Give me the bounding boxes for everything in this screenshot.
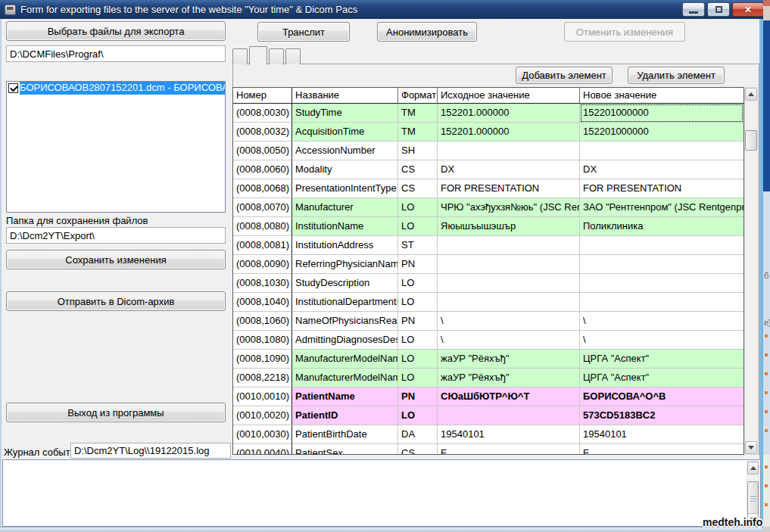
cell-name[interactable]: AcquisitionTime bbox=[292, 123, 398, 142]
cell-format[interactable]: PN bbox=[398, 312, 438, 331]
delete-element-button[interactable]: Удалить элемент bbox=[628, 67, 725, 84]
cell-tag[interactable]: (0008,1030) bbox=[233, 274, 292, 293]
cell-format[interactable]: CS bbox=[398, 179, 438, 198]
cell-original[interactable]: СЮаШбЮТР^Ю^Т bbox=[438, 387, 580, 406]
cell-format[interactable]: TM bbox=[398, 104, 438, 123]
cell-original[interactable]: \ bbox=[438, 312, 580, 331]
cell-name[interactable]: PatientName bbox=[292, 387, 398, 406]
cell-name[interactable]: PresentationIntentType bbox=[292, 179, 398, 198]
tab[interactable] bbox=[232, 48, 248, 64]
cell-format[interactable]: SH bbox=[398, 142, 438, 160]
cell-original[interactable]: жаУР "Рёяхъђ" bbox=[438, 350, 580, 369]
cell-format[interactable]: LO bbox=[398, 350, 438, 369]
cell-new[interactable]: \ bbox=[580, 331, 744, 350]
cell-name[interactable]: ReferringPhysicianName bbox=[292, 255, 398, 274]
exit-button[interactable]: Выход из программы bbox=[6, 403, 226, 422]
cell-original[interactable] bbox=[438, 293, 580, 312]
add-element-button[interactable]: Добавить элемент bbox=[516, 67, 613, 84]
cell-format[interactable]: TM bbox=[398, 123, 438, 142]
tab[interactable] bbox=[249, 46, 267, 64]
file-listbox[interactable]: БОРИСОВАОВ2807152201.dcm - БОРИСОВА^О^В bbox=[6, 81, 226, 213]
cell-name[interactable]: Manufacturer bbox=[292, 198, 398, 217]
export-path-input[interactable] bbox=[6, 227, 226, 244]
cell-name[interactable]: InstitutionName bbox=[292, 217, 398, 236]
cell-original[interactable]: F bbox=[438, 444, 580, 455]
cell-name[interactable]: PatientID bbox=[292, 406, 398, 425]
source-path-input[interactable] bbox=[6, 45, 226, 62]
tab[interactable] bbox=[269, 48, 284, 64]
cell-name[interactable]: InstitutionAddress bbox=[292, 236, 398, 255]
cell-name[interactable]: Modality bbox=[292, 160, 398, 179]
cell-original[interactable]: жаУР "Рёяхъђ" bbox=[438, 369, 580, 387]
cell-format[interactable]: CS bbox=[398, 160, 438, 179]
cell-name[interactable]: ManufacturerModelName bbox=[292, 369, 398, 387]
save-changes-button[interactable]: Сохранить изменения bbox=[6, 250, 226, 269]
cell-name[interactable]: ManufacturerModelName bbox=[292, 350, 398, 369]
cell-format[interactable]: LO bbox=[398, 293, 438, 312]
cell-tag[interactable]: (0008,0080) bbox=[233, 217, 292, 236]
cell-tag[interactable]: (0008,2218) bbox=[233, 369, 292, 387]
cell-name[interactable]: AccessionNumber bbox=[292, 142, 398, 160]
cell-new[interactable]: 19540101 bbox=[580, 425, 744, 444]
cell-new[interactable]: F bbox=[580, 444, 744, 455]
cell-tag[interactable]: (0010,0040) bbox=[233, 444, 292, 455]
cell-new[interactable]: 573CD5183BC2 bbox=[580, 406, 744, 425]
cell-new[interactable] bbox=[580, 274, 744, 293]
cell-format[interactable]: LO bbox=[398, 274, 438, 293]
cell-format[interactable]: PN bbox=[398, 387, 438, 406]
maximize-button[interactable] bbox=[707, 2, 730, 17]
cell-original[interactable]: FOR PRESENTATION bbox=[438, 179, 580, 198]
cell-new[interactable]: ЗАО "Рентгенпром" (JSC Rentgenpro bbox=[580, 198, 744, 217]
cell-new[interactable]: БОРИСОВА^О^В bbox=[580, 387, 744, 406]
scroll-thumb[interactable] bbox=[745, 130, 757, 151]
cell-new[interactable]: ЦРГА "Аспект" bbox=[580, 369, 744, 387]
cell-format[interactable]: ST bbox=[398, 236, 438, 255]
cell-original[interactable]: \ bbox=[438, 331, 580, 350]
cell-tag[interactable]: (0008,1040) bbox=[233, 293, 292, 312]
cell-tag[interactable]: (0008,0032) bbox=[233, 123, 292, 142]
cell-format[interactable]: LO bbox=[398, 331, 438, 350]
cell-tag[interactable]: (0008,0090) bbox=[233, 255, 292, 274]
cell-original[interactable]: 152201.000000 bbox=[438, 104, 580, 123]
cell-format[interactable]: CS bbox=[398, 444, 438, 455]
cell-name[interactable]: InstitutionalDepartmentName bbox=[292, 293, 398, 312]
cell-name[interactable]: AdmittingDiagnosesDescription bbox=[292, 331, 398, 350]
cell-format[interactable]: DA bbox=[398, 425, 438, 444]
cell-name[interactable]: PatientBirthDate bbox=[292, 425, 398, 444]
select-files-button[interactable]: Выбрать файлы для экспорта bbox=[6, 21, 226, 41]
cell-format[interactable]: LO bbox=[398, 217, 438, 236]
translit-button[interactable]: Транслит bbox=[257, 22, 350, 42]
cell-new[interactable] bbox=[580, 236, 744, 255]
cell-name[interactable]: NameOfPhysiciansReadingStudy bbox=[292, 312, 398, 331]
cell-tag[interactable]: (0008,0060) bbox=[233, 160, 292, 179]
close-button[interactable]: ✕ bbox=[732, 2, 764, 17]
cell-tag[interactable]: (0008,1080) bbox=[233, 331, 292, 350]
cell-tag[interactable]: (0008,1060) bbox=[233, 312, 292, 331]
scroll-up-button[interactable] bbox=[745, 88, 757, 101]
cell-original[interactable] bbox=[438, 236, 580, 255]
cell-tag[interactable]: (0008,1090) bbox=[233, 350, 292, 369]
cell-original[interactable]: 19540101 bbox=[438, 425, 580, 444]
cell-tag[interactable]: (0008,0070) bbox=[233, 198, 292, 217]
file-list-item[interactable]: БОРИСОВАОВ2807152201.dcm - БОРИСОВА^О^В bbox=[7, 82, 225, 95]
cell-format[interactable]: LO bbox=[398, 406, 438, 425]
log-scroll-up-button[interactable] bbox=[747, 462, 759, 474]
cell-new[interactable] bbox=[580, 293, 744, 312]
send-to-dicom-button[interactable]: Отправить в Dicom-архив bbox=[6, 291, 226, 311]
cell-tag[interactable]: (0010,0020) bbox=[233, 406, 292, 425]
cell-new[interactable] bbox=[580, 142, 744, 160]
log-path-input[interactable] bbox=[70, 443, 231, 459]
cell-original[interactable]: ЧРЮ "ахэђухзя№юь" (JSC Rentg bbox=[438, 198, 580, 217]
cell-original[interactable]: DX bbox=[438, 160, 580, 179]
cell-tag[interactable]: (0010,0010) bbox=[233, 387, 292, 406]
cell-new[interactable]: \ bbox=[580, 312, 744, 331]
cell-tag[interactable]: (0008,0068) bbox=[233, 179, 292, 198]
cell-original[interactable]: Яюышъышэшър bbox=[438, 217, 580, 236]
cell-new[interactable]: Поликлиника bbox=[580, 217, 744, 236]
cell-new[interactable]: 152201000000 bbox=[580, 123, 744, 142]
cell-original[interactable]: 152201.000000 bbox=[438, 123, 580, 142]
cell-format[interactable]: PN bbox=[398, 255, 438, 274]
cell-new[interactable]: DX bbox=[580, 160, 744, 179]
cell-original[interactable] bbox=[438, 142, 580, 160]
cell-original[interactable] bbox=[438, 274, 580, 293]
